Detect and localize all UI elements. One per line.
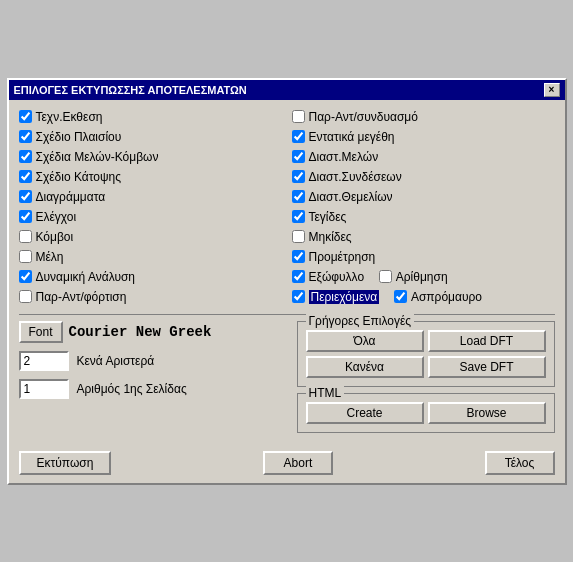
dialog-body: Τεχν.Εκθεση Σχέδιο Πλαισίου Σχέδια Μελών…: [9, 100, 565, 441]
checkbox-label: Ελέγχοι: [36, 210, 77, 224]
checkbox-label: Διαγράμματα: [36, 190, 106, 204]
close-button[interactable]: ×: [544, 83, 560, 97]
checkbox-label: Εξώφυλλο: [309, 270, 365, 284]
font-button[interactable]: Font: [19, 321, 63, 343]
checkbox-label: Σχέδιο Πλαισίου: [36, 130, 122, 144]
footer: Εκτύπωση Abort Τέλος: [9, 441, 565, 483]
checkbox-komboi[interactable]: [19, 230, 32, 243]
html-group: HTML Create Browse: [297, 393, 555, 433]
right-column: Παρ-Αντ/συνδυασμό Εντατικά μεγέθη Διαστ.…: [292, 108, 555, 306]
list-item: Περιεχόμενα Ασπρόμαυρο: [292, 288, 555, 306]
quick-options-buttons: Όλα Load DFT Κανένα Save DFT: [306, 330, 546, 378]
none-button[interactable]: Κανένα: [306, 356, 424, 378]
list-item: Εξώφυλλο Αρίθμηση: [292, 268, 555, 286]
checkbox-label: Διαστ.Συνδέσεων: [309, 170, 402, 184]
list-item: Ελέγχοι: [19, 208, 282, 226]
checkbox-schedio-plaisiou[interactable]: [19, 130, 32, 143]
list-item: Δυναμική Ανάλυση: [19, 268, 282, 286]
checkbox-periexomena[interactable]: [292, 290, 305, 303]
list-item: Διαστ.Μελών: [292, 148, 555, 166]
checkbox-par-ant-fortisi[interactable]: [19, 290, 32, 303]
arithmos-selidas-label: Αριθμός 1ης Σελίδας: [77, 382, 187, 396]
list-item: Σχέδιο Κάτοψης: [19, 168, 282, 186]
checkbox-label: Μέλη: [36, 250, 64, 264]
checkbox-label: Σχέδια Μελών-Κόμβων: [36, 150, 159, 164]
checkbox-label: Τεγίδες: [309, 210, 347, 224]
input-row-2: Αριθμός 1ης Σελίδας: [19, 379, 289, 399]
quick-options-title: Γρήγορες Επιλογές: [306, 314, 415, 328]
checkbox-label: Περιεχόμενα: [309, 290, 380, 304]
checkbox-label: Αρίθμηση: [396, 270, 448, 284]
checkbox-prometrisi[interactable]: [292, 250, 305, 263]
checkbox-label: Τεχν.Εκθεση: [36, 110, 103, 124]
checkbox-arithmisi[interactable]: [379, 270, 392, 283]
list-item: Μέλη: [19, 248, 282, 266]
input-row-1: Κενά Αριστερά: [19, 351, 289, 371]
checkbox-par-ant-syndyasmo[interactable]: [292, 110, 305, 123]
checkbox-tegides[interactable]: [292, 210, 305, 223]
load-dft-button[interactable]: Load DFT: [428, 330, 546, 352]
dialog-title: ΕΠΙΛΟΓΕΣ ΕΚΤΥΠΩΣΣΗΣ ΑΠΟΤΕΛΕΣΜΑΤΩΝ: [14, 84, 247, 96]
checkbox-diast-syndeson[interactable]: [292, 170, 305, 183]
checkbox-label: Δυναμική Ανάλυση: [36, 270, 136, 284]
checkbox-label: Μηκίδες: [309, 230, 352, 244]
checkboxes-area: Τεχν.Εκθεση Σχέδιο Πλαισίου Σχέδια Μελών…: [19, 108, 555, 306]
checkbox-label: Κόμβοι: [36, 230, 74, 244]
html-group-title: HTML: [306, 386, 345, 400]
separator: [19, 314, 555, 315]
kena-aristera-input[interactable]: [19, 351, 69, 371]
checkbox-label: Παρ-Αντ/συνδυασμό: [309, 110, 418, 124]
list-item: Σχέδια Μελών-Κόμβων: [19, 148, 282, 166]
quick-options-group: Γρήγορες Επιλογές Όλα Load DFT Κανένα Sa…: [297, 321, 555, 387]
close-footer-button[interactable]: Τέλος: [485, 451, 555, 475]
checkbox-label: Προμέτρηση: [309, 250, 376, 264]
list-item: Προμέτρηση: [292, 248, 555, 266]
checkbox-dynamiki[interactable]: [19, 270, 32, 283]
list-item: Διαστ.Συνδέσεων: [292, 168, 555, 186]
kena-aristera-label: Κενά Αριστερά: [77, 354, 155, 368]
save-dft-button[interactable]: Save DFT: [428, 356, 546, 378]
checkbox-label: Διαστ.Μελών: [309, 150, 379, 164]
checkbox-label: Σχέδιο Κάτοψης: [36, 170, 121, 184]
checkbox-label: Ασπρόμαυρο: [411, 290, 482, 304]
checkbox-meli[interactable]: [19, 250, 32, 263]
print-button[interactable]: Εκτύπωση: [19, 451, 112, 475]
left-column: Τεχν.Εκθεση Σχέδιο Πλαισίου Σχέδια Μελών…: [19, 108, 282, 306]
html-buttons: Create Browse: [306, 402, 546, 424]
checkbox-elegxoi[interactable]: [19, 210, 32, 223]
list-item: Τεγίδες: [292, 208, 555, 226]
dialog: ΕΠΙΛΟΓΕΣ ΕΚΤΥΠΩΣΣΗΣ ΑΠΟΤΕΛΕΣΜΑΤΩΝ × Τεχν…: [7, 78, 567, 485]
right-bottom: Γρήγορες Επιλογές Όλα Load DFT Κανένα Sa…: [297, 321, 555, 433]
checkbox-schedio-katopsis[interactable]: [19, 170, 32, 183]
all-button[interactable]: Όλα: [306, 330, 424, 352]
list-item: Τεχν.Εκθεση: [19, 108, 282, 126]
font-row: Font Courier New Greek: [19, 321, 289, 343]
browse-button[interactable]: Browse: [428, 402, 546, 424]
checkbox-exofyllo[interactable]: [292, 270, 305, 283]
checkbox-entatika[interactable]: [292, 130, 305, 143]
checkbox-diagrammata[interactable]: [19, 190, 32, 203]
list-item: Παρ-Αντ/συνδυασμό: [292, 108, 555, 126]
checkbox-diast-themelion[interactable]: [292, 190, 305, 203]
checkbox-label: Διαστ.Θεμελίων: [309, 190, 393, 204]
arithmos-selidas-input[interactable]: [19, 379, 69, 399]
checkbox-diast-melon[interactable]: [292, 150, 305, 163]
list-item: Σχέδιο Πλαισίου: [19, 128, 282, 146]
list-item: Μηκίδες: [292, 228, 555, 246]
left-bottom: Font Courier New Greek Κενά Αριστερά Αρι…: [19, 321, 289, 399]
list-item: Παρ-Αντ/φόρτιση: [19, 288, 282, 306]
checkbox-schedia-melon[interactable]: [19, 150, 32, 163]
checkbox-mikides[interactable]: [292, 230, 305, 243]
create-button[interactable]: Create: [306, 402, 424, 424]
checkbox-label: Παρ-Αντ/φόρτιση: [36, 290, 127, 304]
list-item: Διαστ.Θεμελίων: [292, 188, 555, 206]
list-item: Κόμβοι: [19, 228, 282, 246]
bottom-area: Font Courier New Greek Κενά Αριστερά Αρι…: [19, 321, 555, 433]
checkbox-label: Εντατικά μεγέθη: [309, 130, 395, 144]
font-display: Courier New Greek: [69, 324, 212, 340]
checkbox-tekn-ekthesi[interactable]: [19, 110, 32, 123]
title-bar-buttons: ×: [544, 83, 560, 97]
list-item: Εντατικά μεγέθη: [292, 128, 555, 146]
checkbox-aspromauro[interactable]: [394, 290, 407, 303]
abort-button[interactable]: Abort: [263, 451, 333, 475]
